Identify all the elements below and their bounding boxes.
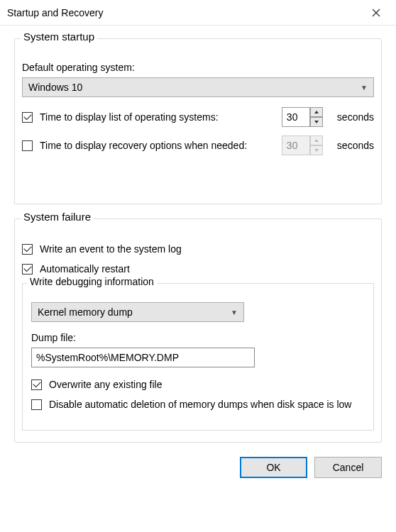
debug-type-dropdown[interactable]: Kernel memory dump ▼ bbox=[31, 302, 244, 322]
dump-file-input[interactable] bbox=[31, 348, 255, 367]
overwrite-checkbox[interactable] bbox=[31, 379, 42, 390]
system-startup-title: System startup bbox=[21, 31, 97, 43]
chevron-up-icon bbox=[314, 138, 319, 143]
chevron-up-icon bbox=[314, 110, 319, 114]
seconds-label-2: seconds bbox=[337, 140, 374, 151]
display-os-list-spin-down[interactable] bbox=[310, 117, 323, 127]
debug-info-group: Write debugging information Kernel memor… bbox=[22, 283, 374, 431]
write-event-checkbox[interactable] bbox=[22, 244, 33, 255]
svg-marker-5 bbox=[314, 149, 319, 152]
ok-button[interactable]: OK bbox=[240, 457, 307, 478]
chevron-down-icon: ▼ bbox=[361, 84, 368, 92]
chevron-down-icon bbox=[314, 148, 319, 153]
chevron-down-icon: ▼ bbox=[231, 309, 238, 316]
default-os-label: Default operating system: bbox=[22, 62, 374, 73]
debug-info-title: Write debugging information bbox=[27, 276, 157, 287]
cancel-button[interactable]: Cancel bbox=[314, 457, 382, 478]
system-failure-group: System failure Write an event to the sys… bbox=[14, 218, 382, 443]
display-os-list-spin-up[interactable] bbox=[310, 107, 323, 117]
svg-marker-4 bbox=[314, 139, 319, 142]
disable-auto-delete-checkbox[interactable] bbox=[31, 399, 42, 410]
close-icon bbox=[372, 9, 380, 17]
display-os-list-seconds-input[interactable] bbox=[282, 107, 310, 127]
window-titlebar: Startup and Recovery bbox=[0, 0, 396, 26]
auto-restart-label: Automatically restart bbox=[40, 263, 130, 275]
debug-type-value: Kernel memory dump bbox=[38, 306, 133, 318]
display-os-list-checkbox[interactable] bbox=[22, 112, 33, 123]
write-event-label: Write an event to the system log bbox=[40, 243, 182, 255]
disable-auto-delete-label: Disable automatic deletion of memory dum… bbox=[49, 399, 351, 410]
default-os-value: Windows 10 bbox=[28, 82, 82, 93]
display-os-list-label: Time to display list of operating system… bbox=[40, 111, 275, 123]
seconds-label-1: seconds bbox=[337, 111, 374, 123]
overwrite-label: Overwrite any existing file bbox=[49, 379, 163, 390]
svg-marker-2 bbox=[314, 111, 319, 113]
display-recovery-label: Time to display recovery options when ne… bbox=[40, 140, 275, 151]
display-recovery-checkbox[interactable] bbox=[22, 140, 33, 151]
svg-marker-3 bbox=[314, 121, 319, 123]
chevron-down-icon bbox=[314, 120, 319, 124]
window-title: Startup and Recovery bbox=[7, 7, 103, 18]
system-startup-group: System startup Default operating system:… bbox=[14, 38, 382, 204]
dump-file-label: Dump file: bbox=[31, 332, 365, 343]
system-failure-title: System failure bbox=[21, 211, 94, 223]
close-button[interactable] bbox=[365, 1, 387, 24]
display-recovery-spin-down bbox=[310, 145, 323, 155]
auto-restart-checkbox[interactable] bbox=[22, 264, 33, 275]
default-os-dropdown[interactable]: Windows 10 ▼ bbox=[22, 77, 374, 97]
display-recovery-spin-up bbox=[310, 135, 323, 145]
display-recovery-seconds-input bbox=[282, 135, 310, 155]
dialog-button-row: OK Cancel bbox=[0, 457, 396, 491]
